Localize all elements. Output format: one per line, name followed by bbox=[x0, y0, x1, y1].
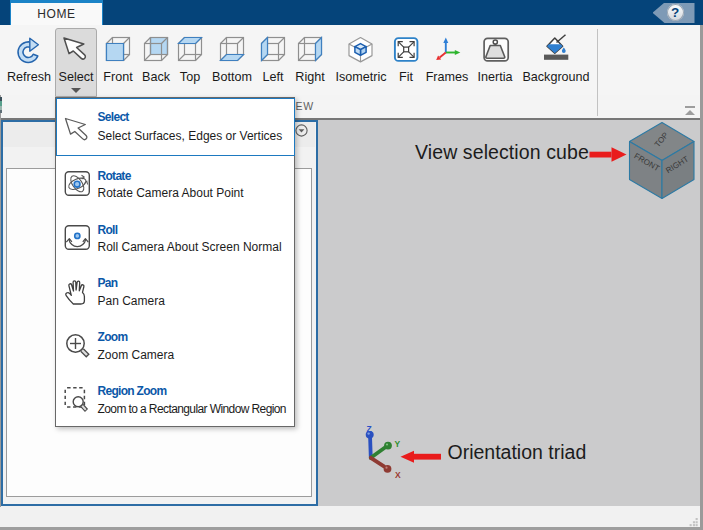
svg-text:X: X bbox=[395, 470, 401, 480]
svg-text:Y: Y bbox=[394, 439, 400, 449]
svg-text:Z: Z bbox=[366, 424, 371, 434]
